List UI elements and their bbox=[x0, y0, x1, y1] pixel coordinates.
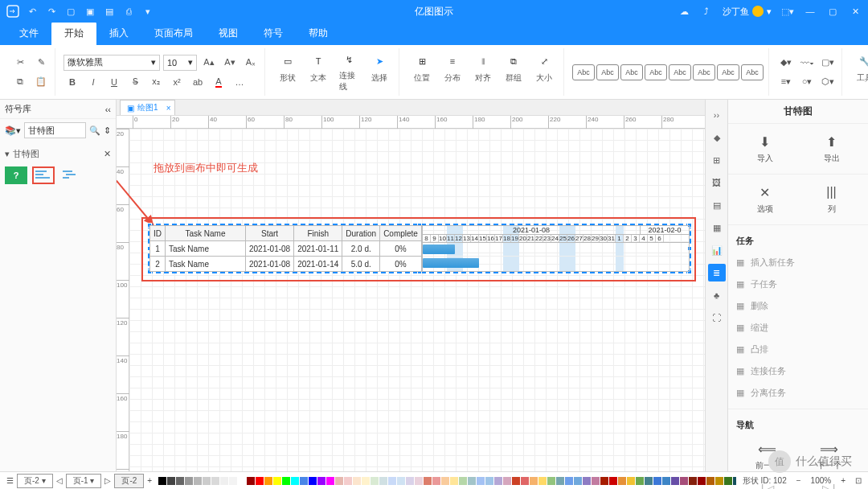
line-style-icon[interactable]: ≡▾ bbox=[777, 73, 795, 91]
color-swatch[interactable] bbox=[556, 477, 564, 485]
color-swatch[interactable] bbox=[706, 477, 714, 485]
redo-icon[interactable]: ↷ bbox=[45, 5, 58, 18]
color-swatch[interactable] bbox=[441, 477, 449, 485]
org-tool-icon[interactable]: ♣ bbox=[708, 286, 726, 304]
subtask-button[interactable]: ▦子任务 bbox=[736, 273, 860, 295]
share-icon[interactable]: ⤴ bbox=[700, 5, 713, 18]
clear-format-icon[interactable]: Aₓ bbox=[242, 54, 260, 72]
color-swatch[interactable] bbox=[724, 477, 732, 485]
undo-icon[interactable]: ↶ bbox=[26, 5, 39, 18]
more-font-icon[interactable]: … bbox=[231, 73, 248, 91]
color-swatch[interactable] bbox=[636, 477, 644, 485]
color-swatch[interactable] bbox=[680, 477, 688, 485]
color-swatch[interactable] bbox=[733, 477, 736, 485]
theme-icon[interactable]: ○▾ bbox=[798, 73, 816, 91]
indent-button[interactable]: ▦缩进 bbox=[736, 317, 860, 339]
fill-tool-icon[interactable]: ◆ bbox=[708, 129, 726, 146]
shape-button[interactable]: ▭形状 bbox=[273, 48, 302, 96]
copy-icon[interactable]: ⧉ bbox=[11, 73, 29, 91]
shadow-icon[interactable]: ▢▾ bbox=[819, 54, 837, 72]
color-swatch[interactable] bbox=[194, 477, 202, 485]
line-color-icon[interactable]: 〰▾ bbox=[798, 54, 816, 72]
color-swatch[interactable] bbox=[698, 477, 706, 485]
color-swatch[interactable] bbox=[459, 477, 467, 485]
close-tab-icon[interactable]: × bbox=[166, 104, 171, 113]
color-swatch[interactable] bbox=[229, 477, 237, 485]
tab-symbol[interactable]: 符号 bbox=[251, 22, 296, 45]
color-swatch[interactable] bbox=[715, 477, 723, 485]
color-swatch[interactable] bbox=[335, 477, 343, 485]
color-swatch[interactable] bbox=[689, 477, 697, 485]
color-swatch[interactable] bbox=[317, 477, 326, 485]
color-swatch[interactable] bbox=[538, 477, 547, 485]
color-swatch[interactable] bbox=[362, 477, 370, 485]
save-icon[interactable]: ▤ bbox=[103, 5, 116, 18]
color-swatch[interactable] bbox=[627, 477, 635, 485]
gantt-shape-help[interactable]: ? bbox=[5, 166, 27, 184]
settings-icon[interactable]: ⬚▾ bbox=[781, 5, 794, 18]
style-preset[interactable]: Abc bbox=[741, 64, 764, 80]
link-tasks-button[interactable]: ▦连接任务 bbox=[736, 360, 860, 382]
import-button[interactable]: ⬇导入 bbox=[757, 134, 773, 164]
color-swatch[interactable] bbox=[344, 477, 352, 485]
effect-icon[interactable]: ⬡▾ bbox=[819, 73, 837, 91]
page-prev-icon[interactable]: ◁ bbox=[56, 476, 63, 485]
connector-button[interactable]: ↯连接线 bbox=[334, 48, 363, 96]
table-row[interactable]: 1 Task Name 2021-01-08 2021-01-11 2.0 d.… bbox=[150, 241, 422, 257]
color-swatch[interactable] bbox=[291, 477, 299, 485]
color-swatch[interactable] bbox=[371, 477, 379, 485]
color-swatch[interactable] bbox=[406, 477, 414, 485]
superscript-icon[interactable]: x² bbox=[168, 73, 186, 91]
tab-home[interactable]: 开始 bbox=[51, 22, 96, 45]
color-swatch[interactable] bbox=[450, 477, 458, 485]
style-preset[interactable]: Abc bbox=[693, 64, 715, 80]
unlink-tasks-button[interactable]: ▦分离任务 bbox=[736, 382, 860, 404]
page-next-icon[interactable]: ▷ bbox=[104, 476, 111, 485]
color-swatch[interactable] bbox=[503, 477, 511, 485]
distribute-button[interactable]: ≡分布 bbox=[438, 48, 467, 96]
font-size-select[interactable]: 10▾ bbox=[163, 55, 197, 71]
app-logo-icon[interactable] bbox=[6, 5, 19, 18]
font-color-icon[interactable]: A bbox=[210, 73, 227, 91]
search-input[interactable]: 甘特图 bbox=[24, 122, 86, 138]
color-swatch[interactable] bbox=[247, 477, 255, 485]
columns-button[interactable]: |||列 bbox=[824, 184, 840, 215]
delete-task-button[interactable]: ▦删除 bbox=[736, 295, 860, 317]
color-swatch[interactable] bbox=[547, 477, 555, 485]
paste-icon[interactable]: 📋 bbox=[32, 73, 50, 91]
color-swatch[interactable] bbox=[618, 477, 626, 485]
tab-view[interactable]: 视图 bbox=[206, 22, 251, 45]
image-tool-icon[interactable]: 🖼 bbox=[708, 174, 726, 191]
cut-icon[interactable]: ✂ bbox=[11, 54, 29, 72]
zoom-in-icon[interactable]: + bbox=[841, 476, 845, 485]
highlight-icon[interactable]: ab bbox=[189, 73, 207, 91]
color-swatch[interactable] bbox=[583, 477, 591, 485]
canvas[interactable]: 拖放到画布中即可生成 ID bbox=[129, 129, 705, 471]
current-page-tab[interactable]: 页-2 bbox=[114, 474, 144, 488]
gantt-task-table[interactable]: ID Task Name Start Finish Duration Compl… bbox=[149, 225, 422, 272]
decrease-font-icon[interactable]: A▾ bbox=[221, 54, 239, 72]
gantt-shape-alt[interactable] bbox=[59, 166, 82, 184]
strike-icon[interactable]: S̶ bbox=[126, 73, 144, 91]
minimize-icon[interactable]: — bbox=[804, 5, 817, 18]
color-swatch[interactable] bbox=[211, 477, 219, 485]
fill-color-icon[interactable]: ◆▾ bbox=[777, 54, 795, 72]
fullscreen-tool-icon[interactable]: ⛶ bbox=[708, 309, 726, 327]
color-swatch[interactable] bbox=[574, 477, 582, 485]
updown-icon[interactable]: ⇕ bbox=[104, 125, 111, 136]
group-button[interactable]: ⧉群组 bbox=[499, 48, 528, 96]
color-swatch[interactable] bbox=[653, 477, 661, 485]
color-swatch[interactable] bbox=[309, 477, 317, 485]
color-swatch[interactable] bbox=[645, 477, 653, 485]
color-swatch[interactable] bbox=[477, 477, 485, 485]
color-swatch[interactable] bbox=[600, 477, 608, 485]
zoom-level[interactable]: 100% bbox=[811, 476, 832, 485]
color-swatch[interactable] bbox=[256, 477, 264, 485]
font-select[interactable]: 微软雅黑▾ bbox=[63, 55, 160, 71]
position-button[interactable]: ⊞位置 bbox=[407, 48, 436, 96]
new-icon[interactable]: ▢ bbox=[64, 5, 77, 18]
expand-panel-icon[interactable]: ›› bbox=[708, 106, 726, 124]
select-button[interactable]: ➤选择 bbox=[365, 48, 394, 96]
color-swatch[interactable] bbox=[388, 477, 396, 485]
color-swatch[interactable] bbox=[176, 477, 184, 485]
